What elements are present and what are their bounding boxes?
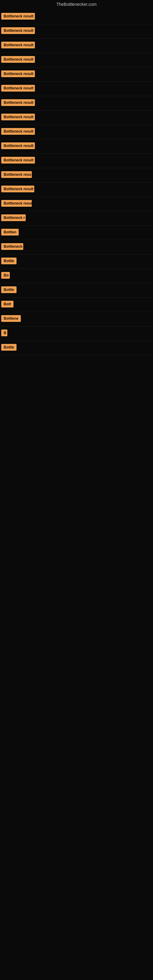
list-item: Bottleneck	[0, 240, 153, 255]
bottleneck-result-badge[interactable]: Bo	[1, 272, 10, 279]
list-item: Bottlene	[0, 312, 153, 326]
bottleneck-result-badge[interactable]: Bottleneck result	[1, 142, 35, 149]
bottleneck-result-badge[interactable]: Bott	[1, 301, 13, 307]
list-item: Bottleneck result	[0, 183, 153, 197]
list-item: Bottle	[0, 255, 153, 269]
list-item: Bottleneck result	[0, 96, 153, 111]
bottleneck-result-badge[interactable]: Bottleneck resu	[1, 171, 32, 178]
bottleneck-result-badge[interactable]: Bottleneck result	[1, 27, 35, 34]
bottleneck-result-badge[interactable]: Bottleneck r	[1, 215, 26, 221]
list-item: Bottleneck r	[0, 211, 153, 226]
list-item: Bottleneck result	[0, 139, 153, 154]
bottleneck-result-badge[interactable]: B	[1, 329, 7, 336]
bottleneck-result-badge[interactable]: Bottleneck resul	[1, 200, 32, 207]
bottleneck-result-badge[interactable]: Bottleneck result	[1, 56, 35, 63]
list-item: Bott	[0, 298, 153, 312]
list-item: Bottleneck result	[0, 53, 153, 67]
list-item: Bo	[0, 269, 153, 283]
site-title: TheBottlenecker.com	[0, 0, 153, 10]
bottleneck-result-badge[interactable]: Bottlene	[1, 315, 21, 322]
list-item: Bottle	[0, 283, 153, 298]
bottleneck-result-badge[interactable]: Bottleneck result	[1, 157, 35, 164]
list-item: Bottleneck result	[0, 10, 153, 24]
list-item: Bottleneck result	[0, 38, 153, 53]
list-item: Bottleneck resul	[0, 197, 153, 211]
list-item: B	[0, 326, 153, 341]
bottleneck-result-badge[interactable]: Bottleneck result	[1, 186, 34, 192]
bottleneck-result-badge[interactable]: Bottleneck	[1, 243, 23, 250]
list-item: Bottle	[0, 341, 153, 355]
bottleneck-result-badge[interactable]: Bottleneck result	[1, 99, 35, 106]
list-item: Bottleneck result	[0, 67, 153, 82]
bottleneck-result-badge[interactable]: Bottleneck result	[1, 114, 35, 120]
list-item: Bottleneck result	[0, 125, 153, 139]
list-item: Bottleneck resu	[0, 168, 153, 183]
list-item: Bottleneck result	[0, 24, 153, 38]
bottleneck-result-badge[interactable]: Bottleneck result	[1, 41, 35, 48]
bottleneck-result-badge[interactable]: Bottleneck result	[1, 128, 35, 135]
list-item: Bottleneck result	[0, 154, 153, 168]
list-item: Bottlen	[0, 226, 153, 240]
list-item: Bottleneck result	[0, 111, 153, 125]
rows-container: Bottleneck resultBottleneck resultBottle…	[0, 10, 153, 355]
bottleneck-result-badge[interactable]: Bottlen	[1, 229, 19, 235]
bottleneck-result-badge[interactable]: Bottle	[1, 286, 16, 293]
bottleneck-result-badge[interactable]: Bottle	[1, 258, 16, 264]
bottleneck-result-badge[interactable]: Bottleneck result	[1, 85, 35, 92]
list-item: Bottleneck result	[0, 82, 153, 96]
bottleneck-result-badge[interactable]: Bottle	[1, 344, 16, 351]
bottleneck-result-badge[interactable]: Bottleneck result	[1, 13, 35, 20]
bottleneck-result-badge[interactable]: Bottleneck result	[1, 70, 35, 77]
site-header: TheBottlenecker.com	[0, 0, 153, 10]
